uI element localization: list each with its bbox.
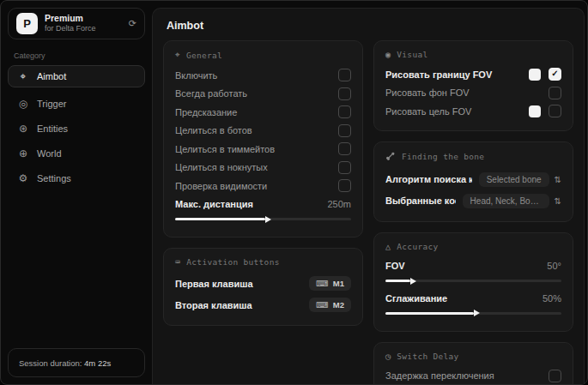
fov-slider[interactable] (385, 280, 561, 282)
checkbox[interactable] (338, 69, 351, 81)
checkbox[interactable] (549, 370, 561, 382)
slider-value: 50% (543, 293, 561, 304)
toggle-label: Целиться в нокнутых (175, 162, 331, 172)
toggle-row-target-bots: Целиться в ботов (175, 122, 351, 141)
toggle-label: Включить (175, 70, 331, 81)
toggle-label: Проверка видимости (175, 181, 331, 191)
globe-icon: ⊕ (17, 147, 29, 159)
toggle-row-visibility-check: Проверка видимости (175, 177, 351, 196)
entities-icon: ⊛ (17, 123, 29, 135)
app-logo: P (16, 13, 38, 34)
checkbox[interactable] (338, 161, 351, 174)
selected-bones-row: Выбранные кос Head, Neck, Body, Pe... ⇅ (385, 190, 561, 212)
bone-icon (385, 151, 396, 163)
stopwatch-icon: ◷ (385, 352, 391, 361)
checkbox[interactable] (338, 105, 351, 118)
keybind-value: M1 (333, 279, 344, 288)
toggle-row-target-knocked: Целиться в нокнутых (175, 159, 351, 177)
keyboard-icon: ⌨ (316, 280, 328, 288)
smoothing-slider[interactable] (385, 312, 561, 315)
keybind-value: M2 (333, 300, 344, 310)
eye-icon: ◉ (385, 50, 391, 59)
sidebar-item-settings[interactable]: ⚙ Settings (8, 167, 145, 189)
smoothing-row: Сглаживание 50% (385, 289, 561, 308)
checkbox[interactable] (549, 105, 561, 117)
toggle-label: Всегда работать (175, 88, 331, 99)
draw-fov-background-row: Рисовать фон FOV (385, 84, 561, 103)
slider-fill (175, 218, 265, 220)
session-label: Session duration: (19, 358, 82, 368)
color-swatch[interactable] (529, 105, 541, 117)
sidebar-item-label: World (37, 148, 62, 159)
sidebar-nav: ⌖ Aimbot ◎ Trigger ⊛ Entities ⊕ World ⚙ … (8, 65, 145, 189)
toggle-row-target-teammates: Целиться в тиммейтов (175, 140, 351, 159)
panel-switch-delay: ◷ Switch Delay Задержка переключения Зад… (373, 342, 573, 385)
crosshair-icon: ⌖ (17, 70, 29, 82)
max-distance-slider[interactable] (175, 218, 351, 220)
sidebar: P Premium for Delta Force ⟳ Category ⌖ A… (1, 1, 152, 384)
toggle-label: Рисовать границу FOV (385, 69, 522, 80)
keybind-label: Вторая клавиша (175, 300, 302, 310)
keybind-label: Первая клавиша (175, 279, 302, 289)
second-key-button[interactable]: ⌨ M2 (309, 298, 351, 312)
slider-label: Макс. дистанция (175, 199, 320, 209)
draw-fov-border-row: Рисовать границу FOV ✓ (385, 65, 561, 84)
trigger-icon: ◎ (17, 98, 29, 110)
bone-algorithm-dropdown[interactable]: Selected bone (479, 172, 549, 187)
sidebar-item-aimbot[interactable]: ⌖ Aimbot (8, 65, 145, 87)
selected-bones-dropdown[interactable]: Head, Neck, Body, Pe... (463, 194, 549, 208)
panel-general: ⌖ General Включить Всегда работать Предс… (163, 40, 363, 238)
sidebar-item-label: Trigger (37, 99, 66, 109)
toggle-label: Целиться в ботов (175, 125, 331, 135)
panel-title: General (186, 51, 222, 60)
checkbox-checked[interactable]: ✓ (549, 68, 561, 81)
toggle-label: Задержка переключения (385, 370, 542, 381)
panel-title: Switch Delay (397, 352, 458, 361)
slider-fill (385, 280, 410, 282)
dropdown-label: Алгоритм поиска кост (385, 174, 472, 184)
main-content: Aimbot ⌖ General Включить Всегда работат… (152, 8, 585, 384)
toggle-label: Целиться в тиммейтов (175, 144, 331, 154)
panel-title: Visual (397, 50, 427, 59)
sidebar-item-label: Settings (37, 173, 71, 183)
toggle-label: Рисовать цель FOV (385, 106, 522, 117)
color-swatch[interactable] (529, 69, 541, 81)
slider-value: 50° (547, 261, 561, 271)
slider-value: 250m (327, 199, 351, 209)
panel-title: Finding the bone (402, 152, 484, 161)
toggle-row-always-work: Всегда работать (175, 85, 351, 104)
draw-fov-target-row: Рисовать цель FOV (385, 102, 561, 121)
select-arrows-icon[interactable]: ⇅ (555, 175, 561, 184)
sidebar-item-label: Aimbot (37, 71, 66, 81)
first-key-row: Первая клавиша ⌨ M1 (175, 273, 351, 294)
toggle-label: Рисовать фон FOV (385, 87, 542, 98)
sidebar-item-trigger[interactable]: ◎ Trigger (8, 93, 145, 115)
slider-label: FOV (385, 261, 540, 271)
brand-subtitle: for Delta Force (45, 24, 96, 33)
toggle-label: Предсказание (175, 107, 331, 117)
triangle-icon: △ (385, 242, 391, 251)
fov-row: FOV 50° (385, 257, 561, 276)
panel-visual: ◉ Visual Рисовать границу FOV ✓ Рисовать… (373, 40, 573, 131)
category-label: Category (14, 51, 139, 60)
session-duration: Session duration: 4m 22s (8, 348, 145, 377)
gear-icon: ⚙ (17, 172, 29, 184)
session-value: 4m 22s (84, 358, 111, 368)
sidebar-item-entities[interactable]: ⊛ Entities (8, 117, 145, 140)
dropdown-label: Выбранные кос (385, 196, 456, 206)
sidebar-item-world[interactable]: ⊕ World (8, 142, 145, 165)
first-key-button[interactable]: ⌨ M1 (309, 276, 351, 291)
panel-activation-buttons: ⌨ Activation buttons Первая клавиша ⌨ M1… (163, 248, 363, 326)
checkbox[interactable] (338, 179, 351, 192)
select-arrows-icon[interactable]: ⇅ (555, 196, 561, 206)
checkbox[interactable] (549, 87, 561, 99)
checkbox[interactable] (338, 124, 351, 137)
sidebar-item-label: Entities (37, 123, 68, 134)
refresh-icon[interactable]: ⟳ (129, 18, 136, 29)
switch-delay-toggle-row: Задержка переключения (385, 367, 561, 385)
checkbox[interactable] (338, 142, 351, 155)
checkbox[interactable] (338, 87, 351, 100)
keyboard-icon: ⌨ (175, 257, 180, 267)
second-key-row: Вторая клавиша ⌨ M2 (175, 294, 351, 316)
keyboard-icon: ⌨ (316, 301, 328, 310)
